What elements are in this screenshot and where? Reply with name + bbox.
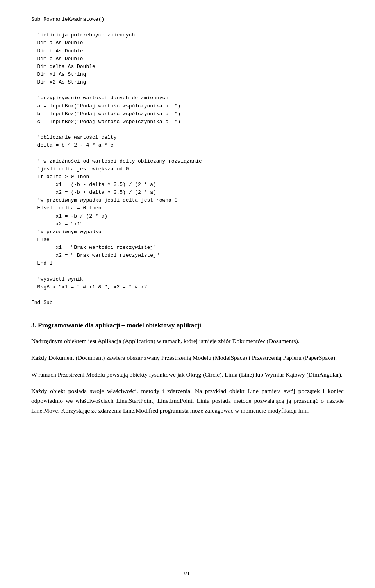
paragraph-1: Nadrzędnym obiektem jest Aplikacja (Appl… <box>31 336 344 346</box>
paragraph-3: W ramach Przestrzeni Modelu powstają obi… <box>31 370 344 380</box>
paragraph-2: Każdy Dokument (Document) zawiera obszar… <box>31 353 344 363</box>
code-block: Sub RownanieKwadratowe() 'definicja potr… <box>31 16 344 307</box>
section-title: Programowanie dla aplikacji – model obie… <box>38 322 201 329</box>
section-heading: 3. Programowanie dla aplikacji – model o… <box>31 321 344 330</box>
paragraph-4: Każdy obiekt posiada swoje właściwości, … <box>31 386 344 415</box>
page-number: 3/11 <box>183 571 192 577</box>
section-number: 3. <box>31 322 36 329</box>
page-container: Sub RownanieKwadratowe() 'definicja potr… <box>0 0 375 588</box>
